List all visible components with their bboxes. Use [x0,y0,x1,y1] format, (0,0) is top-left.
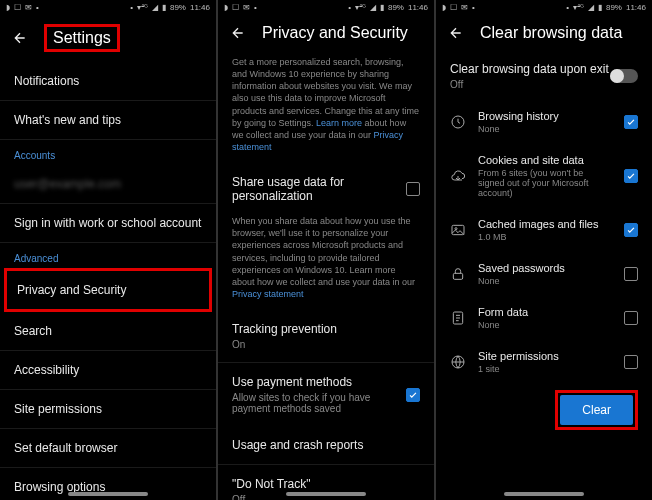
globe-icon [450,354,466,370]
settings-item[interactable]: Accessibility [0,351,216,390]
payment-row[interactable]: Use payment methods Allow sites to check… [218,363,434,426]
checkbox-unchecked[interactable] [624,311,638,325]
header: Privacy and Security [218,14,434,52]
item-sub: 1.0 MB [478,232,612,242]
back-icon[interactable] [448,25,464,41]
data-type-row[interactable]: Browsing history None [436,100,652,144]
highlight-privacy: Privacy and Security [4,268,212,312]
page-title: Privacy and Security [262,24,408,42]
share-usage-row[interactable]: Share usage data for personalization [218,163,434,215]
moon-icon: ◗ [442,3,446,12]
toggle-off[interactable] [610,69,638,83]
signal-icon: ◢ [152,3,158,12]
bubble-icon: ☐ [232,3,239,12]
checkbox-unchecked[interactable] [624,355,638,369]
settings-item[interactable]: What's new and tips [0,101,216,140]
battery-icon: ▮ [598,3,602,12]
chat-icon: ✉ [461,3,468,12]
checkbox-checked[interactable] [624,223,638,237]
signal-icon: ▾⁴ᴳ [355,3,366,12]
item-sub: 1 site [478,364,612,374]
settings-item[interactable]: Site permissions [0,390,216,429]
signin-row[interactable]: Sign in with work or school account [0,204,216,243]
item-title: Cookies and site data [478,154,612,166]
checkbox-checked[interactable] [624,115,638,129]
item-sub: From 6 sites (you won't be signed out of… [478,168,612,198]
checkbox-checked[interactable] [624,169,638,183]
highlight-clear-btn: Clear [555,390,638,430]
nav-pill[interactable] [68,492,148,496]
status-bar: ◗☐✉• •▾⁴ᴳ◢▮89%11:46 [218,0,434,14]
signal-icon: ▾⁴ᴳ [573,3,584,12]
account-row[interactable]: user@example.com [0,165,216,204]
settings-item[interactable]: Set default browser [0,429,216,468]
bubble-icon: ☐ [450,3,457,12]
moon-icon: ◗ [6,3,10,12]
privacy-security-row[interactable]: Privacy and Security [7,271,209,309]
privacy-panel: ◗☐✉• •▾⁴ᴳ◢▮89%11:46 Privacy and Security… [218,0,434,500]
chat-icon: ✉ [25,3,32,12]
clock-icon [450,114,466,130]
back-icon[interactable] [12,30,28,46]
moon-icon: ◗ [224,3,228,12]
page-title: Settings [53,29,111,46]
battery-icon: ▮ [380,3,384,12]
settings-item[interactable]: Notifications [0,62,216,101]
item-title: Browsing history [478,110,612,122]
tracking-row[interactable]: Tracking prevention On [218,310,434,363]
nav-pill[interactable] [504,492,584,496]
cloud-icon [450,168,466,184]
chat-icon: ✉ [243,3,250,12]
clear-data-panel: ◗☐✉• •▾⁴ᴳ◢▮89%11:46 Clear browsing data … [436,0,652,500]
settings-panel: ◗☐✉• •▾⁴ᴳ◢▮89%11:46 Settings Notificatio… [0,0,216,500]
description-text: When you share data about how you use th… [218,215,434,310]
status-bar: ◗☐✉• •▾⁴ᴳ◢▮89%11:46 [0,0,216,14]
back-icon[interactable] [230,25,246,41]
checkbox-unchecked[interactable] [406,182,420,196]
data-type-row[interactable]: Form data None [436,296,652,340]
usage-crash-row[interactable]: Usage and crash reports [218,426,434,465]
section-accounts: Accounts [0,140,216,165]
clear-on-exit-row[interactable]: Clear browsing data upon exit Off [436,52,652,100]
checkbox-unchecked[interactable] [624,267,638,281]
learn-more-link[interactable]: Learn more [316,118,362,128]
item-title: Saved passwords [478,262,612,274]
data-type-row[interactable]: Cached images and files 1.0 MB [436,208,652,252]
header: Clear browsing data [436,14,652,52]
settings-item[interactable]: Search [0,312,216,351]
data-type-row[interactable]: Saved passwords None [436,252,652,296]
svg-rect-3 [453,273,462,279]
item-sub: None [478,276,612,286]
signal-icon: ◢ [370,3,376,12]
data-type-row[interactable]: Site permissions 1 site [436,340,652,384]
nav-pill[interactable] [286,492,366,496]
status-bar: ◗☐✉• •▾⁴ᴳ◢▮89%11:46 [436,0,652,14]
checkbox-checked[interactable] [406,388,420,402]
form-icon [450,310,466,326]
data-type-row[interactable]: Cookies and site data From 6 sites (you … [436,144,652,208]
bubble-icon: ☐ [14,3,21,12]
item-sub: None [478,320,612,330]
clear-button[interactable]: Clear [560,395,633,425]
image-icon [450,222,466,238]
signal-icon: ◢ [588,3,594,12]
header: Settings [0,14,216,62]
section-advanced: Advanced [0,243,216,268]
description-text: Get a more personalized search, browsing… [218,56,434,163]
item-title: Site permissions [478,350,612,362]
signal-icon: ▾⁴ᴳ [137,3,148,12]
page-title: Clear browsing data [480,24,622,42]
item-sub: None [478,124,612,134]
item-title: Cached images and files [478,218,612,230]
highlight-settings: Settings [44,24,120,52]
battery-icon: ▮ [162,3,166,12]
privacy-statement-link[interactable]: Privacy statement [232,289,304,299]
lock-icon [450,266,466,282]
item-title: Form data [478,306,612,318]
